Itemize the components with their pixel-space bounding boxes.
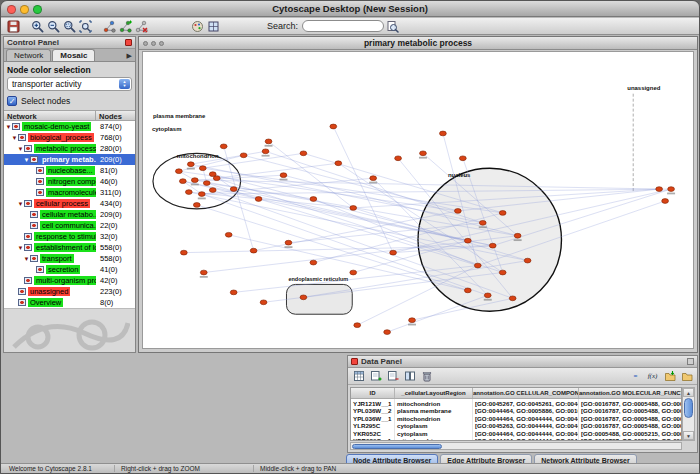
network-node[interactable] <box>499 270 506 275</box>
network-node[interactable] <box>350 270 357 275</box>
network-node[interactable] <box>509 296 516 301</box>
node-color-dropdown[interactable]: transporter activity ▲▼ <box>7 77 132 91</box>
network-node[interactable] <box>265 139 272 144</box>
tree-row[interactable]: nucleobase...81(0) <box>4 165 135 176</box>
network-node[interactable] <box>335 161 342 166</box>
zoom-window-icon[interactable] <box>33 5 42 14</box>
minimize-window-icon[interactable] <box>20 5 29 14</box>
network-node[interactable] <box>255 197 262 202</box>
control-panel-tab-network[interactable]: Network <box>6 49 51 61</box>
network-node[interactable] <box>354 323 361 328</box>
control-panel-tab-mosaic[interactable]: Mosaic <box>52 49 95 61</box>
frame-close-icon[interactable] <box>143 41 148 46</box>
select-nodes-checkbox[interactable]: ✓ <box>7 96 17 106</box>
network-node[interactable] <box>199 166 206 171</box>
tree-row[interactable]: ▼mosaic-demo-yeast874(0) <box>4 121 135 132</box>
network-node[interactable] <box>187 162 194 167</box>
column-header[interactable]: _cellularLayoutRegion <box>395 388 473 398</box>
equation-builder-button[interactable]: = <box>628 369 643 383</box>
network-node[interactable] <box>230 290 237 295</box>
network-node[interactable] <box>409 318 416 323</box>
tree-row[interactable]: ▼biological_process768(0) <box>4 132 135 143</box>
network-node[interactable] <box>213 176 220 181</box>
network-node[interactable] <box>662 199 669 204</box>
network-node[interactable] <box>668 187 675 192</box>
network-node[interactable] <box>185 190 192 195</box>
network-node[interactable] <box>300 151 307 156</box>
function-builder-button[interactable]: f(x) <box>645 369 660 383</box>
network-node[interactable] <box>250 248 257 253</box>
expander-icon[interactable]: ▼ <box>23 256 30 262</box>
table-row[interactable]: YPL036W__1mitochondrion[GO:0044464, GO:0… <box>351 414 681 422</box>
network-node[interactable] <box>484 293 491 298</box>
frame-minimize-icon[interactable] <box>151 41 156 46</box>
network-node[interactable] <box>240 153 247 158</box>
tree-row[interactable]: cellular metabo...209(0) <box>4 209 135 220</box>
save-session-button[interactable] <box>5 19 21 34</box>
float-panel-icon[interactable] <box>687 358 694 365</box>
network-node[interactable] <box>310 197 317 202</box>
delete-rows-button[interactable] <box>419 369 434 383</box>
table-row[interactable]: YJR121W__1mitochondrion[GO:0045267, GO:0… <box>351 399 681 407</box>
network-node[interactable] <box>514 233 521 238</box>
column-header[interactable]: annotation.GO MOLECULAR_FUNCTION <box>579 388 681 398</box>
network-node[interactable] <box>384 330 391 335</box>
tree-row[interactable]: response to stimul...32(0) <box>4 231 135 242</box>
expander-icon[interactable]: ▼ <box>5 124 12 130</box>
expander-icon[interactable]: ▼ <box>11 135 18 141</box>
table-horizontal-scrollbar[interactable] <box>350 442 682 450</box>
network-node[interactable] <box>464 288 471 293</box>
select-attributes-button[interactable] <box>351 369 366 383</box>
tree-row[interactable]: ▼transport558(0) <box>4 253 135 264</box>
network-node[interactable] <box>180 250 187 255</box>
tree-row[interactable]: Overview8(0) <box>4 297 135 308</box>
column-header[interactable]: ID <box>351 388 395 398</box>
endoplasmic-reticulum-region[interactable] <box>286 284 352 314</box>
network-node[interactable] <box>179 179 186 184</box>
network-node[interactable] <box>200 270 207 275</box>
tree-row[interactable]: multi-organism pro...42(0) <box>4 275 135 286</box>
expander-icon[interactable]: ▼ <box>23 157 30 163</box>
plugin-manager-button[interactable] <box>205 19 221 34</box>
network-node[interactable] <box>459 156 466 161</box>
expander-icon[interactable]: ▼ <box>17 201 24 207</box>
search-input[interactable] <box>302 20 384 32</box>
network-node[interactable] <box>420 151 427 156</box>
frame-maximize-icon[interactable] <box>159 41 164 46</box>
tree-row[interactable]: ▼establishment of lo...558(0) <box>4 242 135 253</box>
network-node[interactable] <box>300 295 307 300</box>
scroll-down-icon[interactable]: ▼ <box>683 431 694 440</box>
tree-row[interactable]: unassigned223(0) <box>4 286 135 297</box>
network-node[interactable] <box>198 192 205 197</box>
close-panel-icon[interactable] <box>125 39 132 46</box>
network-node[interactable] <box>225 232 232 237</box>
network-node[interactable] <box>350 206 357 211</box>
column-header[interactable]: annotation.GO CELLULAR_COMPONENT <box>473 388 579 398</box>
network-node[interactable] <box>209 188 216 193</box>
network-node[interactable] <box>395 156 402 161</box>
vertical-scroll-thumb[interactable] <box>684 398 693 418</box>
network-node[interactable] <box>370 176 377 181</box>
network-node[interactable] <box>310 260 317 265</box>
table-row[interactable]: YDR039C__1mitochondrion[GO:0044464, GO:0… <box>351 437 681 442</box>
table-vertical-scrollbar[interactable]: ▲ ▼ <box>682 387 695 441</box>
delete-attribute-button[interactable] <box>385 369 400 383</box>
close-window-icon[interactable] <box>7 5 16 14</box>
network-frame-titlebar[interactable]: primary metabolic process <box>139 37 697 50</box>
tree-row[interactable]: nitrogen compo...46(0) <box>4 176 135 187</box>
network-search-button[interactable] <box>384 19 400 34</box>
table-row[interactable]: YPL036W__2plasma membrane[GO:0044464, GO… <box>351 407 681 415</box>
create-attribute-button[interactable] <box>368 369 383 383</box>
network-node[interactable] <box>474 263 481 268</box>
tree-column-network[interactable]: Network <box>4 111 96 120</box>
tree-row[interactable]: ▼metabolic process280(0) <box>4 143 135 154</box>
network-node[interactable] <box>220 144 227 149</box>
network-canvas[interactable]: plasma membranecytoplasmmitochondrionnuc… <box>142 51 694 349</box>
network-node[interactable] <box>454 209 461 214</box>
network-node[interactable] <box>464 238 471 243</box>
import-attributes-button[interactable] <box>662 369 677 383</box>
close-data-panel-icon[interactable] <box>351 358 358 365</box>
network-node[interactable] <box>203 181 210 186</box>
network-node[interactable] <box>260 300 267 305</box>
tab-scroll-right-icon[interactable]: ▶ <box>127 52 135 61</box>
